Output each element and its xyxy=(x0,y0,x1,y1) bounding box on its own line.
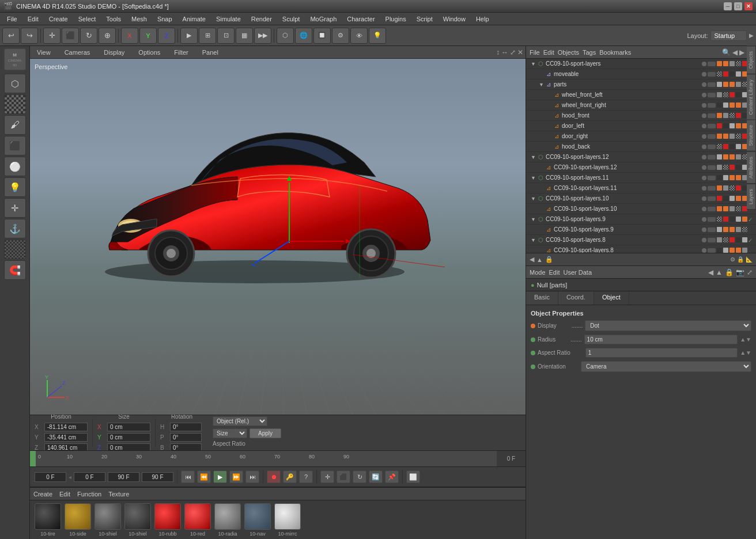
menu-snap[interactable]: Snap xyxy=(153,14,177,24)
attr-tab-basic[interactable]: Basic xyxy=(526,291,558,305)
rsidebar-content-tab[interactable]: Content Library xyxy=(747,74,756,120)
rotate-transport-btn[interactable]: ↻ xyxy=(353,470,366,483)
prev-frame-button[interactable]: ⏪ xyxy=(197,470,211,483)
vp-icon-zoom[interactable]: ↔ xyxy=(501,48,508,56)
panel-up-icon[interactable]: ▲ xyxy=(536,256,543,263)
next-frame-button[interactable]: ⏩ xyxy=(229,470,243,483)
light-btn[interactable]: 💡 xyxy=(369,28,386,44)
tool-sphere[interactable]: ⚪ xyxy=(4,157,26,176)
tree-visibility-dot[interactable] xyxy=(702,72,706,77)
maximize-button[interactable]: □ xyxy=(734,2,742,10)
material-item-10-radia[interactable]: 10-radia xyxy=(214,503,241,537)
tree-dots-btn[interactable] xyxy=(708,124,716,128)
obj-menu-file[interactable]: File xyxy=(530,49,540,56)
rot-h-input[interactable] xyxy=(170,423,202,431)
tree-row[interactable]: ▼⊿parts xyxy=(526,79,756,90)
attr-tab-object[interactable]: Object xyxy=(594,291,629,305)
tree-dots-btn[interactable] xyxy=(708,207,716,211)
render-region-button[interactable]: ⊞ xyxy=(199,28,216,44)
tree-check[interactable]: ✓ xyxy=(748,237,754,243)
vp-tab-cameras[interactable]: Cameras xyxy=(60,48,95,57)
tree-row[interactable]: ▼⬡CC09-10-sport-layers✓ xyxy=(526,59,756,69)
rotate-button[interactable]: ↻ xyxy=(80,28,97,44)
tree-check[interactable]: ✓ xyxy=(748,217,754,222)
tree-dots-btn[interactable] xyxy=(708,93,716,97)
vp-icon-maximize[interactable]: ⤢ xyxy=(510,48,516,56)
attr-menu-edit[interactable]: Edit xyxy=(549,269,560,276)
obj-search-icon[interactable]: 🔍 xyxy=(722,48,731,56)
tree-dots-btn[interactable] xyxy=(708,103,716,108)
object-btn[interactable]: ⬡ xyxy=(277,28,294,44)
menu-simulate[interactable]: Simulate xyxy=(211,14,245,24)
attr-orientation-select[interactable]: Camera xyxy=(581,361,751,372)
tree-expand-arrow[interactable]: ▼ xyxy=(531,175,536,181)
render-all-button[interactable]: ▦ xyxy=(236,28,253,44)
pos-x-input[interactable] xyxy=(44,423,88,431)
tree-dots-btn[interactable] xyxy=(708,155,716,160)
obj-menu-edit[interactable]: Edit xyxy=(543,49,554,56)
obj-menu-bookmarks[interactable]: Bookmarks xyxy=(599,49,631,56)
material-item-10-side[interactable]: 10-side xyxy=(65,503,91,537)
vp-tab-display[interactable]: Display xyxy=(99,48,129,57)
tree-dots-btn[interactable] xyxy=(708,72,716,77)
tree-row[interactable]: ⊿wheel_front_right xyxy=(526,100,756,111)
help-button[interactable]: ? xyxy=(299,470,313,483)
attr-aspect-arrow[interactable]: ▲▼ xyxy=(740,350,751,356)
attr-nav-prev-icon[interactable]: ◀ xyxy=(708,268,713,276)
menu-plugins[interactable]: Plugins xyxy=(381,14,411,24)
menu-window[interactable]: Window xyxy=(439,14,470,24)
obj-nav-next-icon[interactable]: ▶ xyxy=(739,48,744,56)
tree-visibility-dot[interactable] xyxy=(702,93,706,97)
tree-dots-btn[interactable] xyxy=(708,196,716,201)
render-anim-button[interactable]: ▶▶ xyxy=(254,28,271,44)
pos-y-input[interactable] xyxy=(44,433,88,442)
undo-button[interactable]: ↩ xyxy=(2,28,20,44)
tree-row[interactable]: ▼⬡CC09-10-sport-layers.8✓ xyxy=(526,235,756,245)
panel-lock-icon[interactable]: 🔒 xyxy=(545,256,553,263)
material-item-10-shiel[interactable]: 10-shiel xyxy=(124,503,151,537)
tree-expand-arrow[interactable]: ▼ xyxy=(531,196,536,202)
tree-dots-btn[interactable] xyxy=(708,248,716,253)
to-frame-input[interactable] xyxy=(108,472,139,482)
menu-mesh[interactable]: Mesh xyxy=(127,14,152,24)
tool-magnet[interactable]: 🧲 xyxy=(4,260,26,280)
tree-check[interactable] xyxy=(748,227,754,233)
tree-dots-btn[interactable] xyxy=(708,217,716,222)
attr-menu-mode[interactable]: Mode xyxy=(530,269,546,276)
menu-sculpt[interactable]: Sculpt xyxy=(278,14,305,24)
tree-visibility-dot[interactable] xyxy=(702,196,706,201)
tree-row[interactable]: ▼⬡CC09-10-sport-layers.11✓ xyxy=(526,173,756,183)
tree-row[interactable]: ⊿CC09-10-sport-layers.9 xyxy=(526,225,756,235)
tree-dots-btn[interactable] xyxy=(708,62,716,66)
tool-select[interactable]: ⬡ xyxy=(4,74,26,93)
apply-button[interactable]: Apply xyxy=(250,428,281,438)
plugin-btn[interactable]: ⚙ xyxy=(332,28,349,44)
panel-arrow-left[interactable]: ◀ xyxy=(530,256,534,263)
go-start-button[interactable]: ⏮ xyxy=(181,470,195,483)
cube-button[interactable]: ⬛ xyxy=(62,28,79,44)
tool-cube3d[interactable]: ⬛ xyxy=(4,136,26,155)
material-item-10-red[interactable]: 10-red xyxy=(184,503,211,537)
vp-tab-options[interactable]: Options xyxy=(134,48,165,57)
attr-menu-userdata[interactable]: User Data xyxy=(564,269,592,276)
timeline-track[interactable]: 0 10 20 30 40 50 60 70 80 90 xyxy=(36,451,497,467)
tree-expand-arrow[interactable]: ▼ xyxy=(531,237,536,243)
coord-system-select[interactable]: Object (Rel.) xyxy=(213,416,267,426)
tree-row[interactable]: ⊿door_right xyxy=(526,131,756,142)
tree-visibility-dot[interactable] xyxy=(702,134,706,139)
tree-dots-btn[interactable] xyxy=(708,113,716,118)
attr-radius-arrow[interactable]: ▲▼ xyxy=(740,336,751,343)
attr-tab-coord[interactable]: Coord. xyxy=(558,291,594,305)
select-transport-btn[interactable]: ⬛ xyxy=(337,470,350,483)
material-item-10-rubb[interactable]: 10-rubb xyxy=(154,503,181,537)
viewport-3d[interactable]: SOFTPEDIA Perspective xyxy=(30,59,526,415)
play-button[interactable]: ▶ xyxy=(213,470,227,483)
tree-visibility-dot[interactable] xyxy=(702,165,706,170)
tree-row[interactable]: ⊿door_left xyxy=(526,121,756,131)
obj-menu-tags[interactable]: Tags xyxy=(583,49,596,56)
tree-visibility-dot[interactable] xyxy=(702,62,706,66)
menu-tools[interactable]: Tools xyxy=(101,14,126,24)
tree-visibility-dot[interactable] xyxy=(702,176,706,180)
minimize-button[interactable]: ─ xyxy=(724,2,732,10)
tree-visibility-dot[interactable] xyxy=(702,113,706,118)
